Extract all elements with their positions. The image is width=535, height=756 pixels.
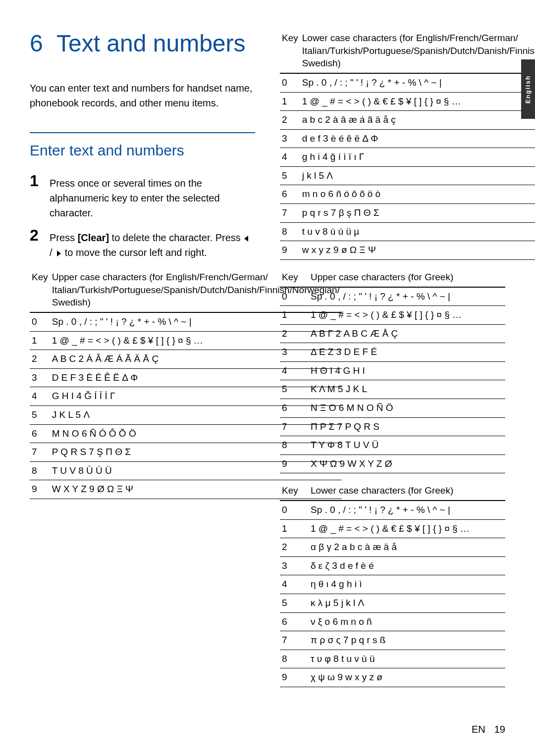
key-cell: 1 xyxy=(280,519,309,538)
key-cell: 4 xyxy=(30,387,50,406)
table-header: Upper case characters (for Greek) xyxy=(309,269,505,287)
value-cell: η θ ι 4 g h i ì xyxy=(309,575,505,594)
key-cell: 9 xyxy=(280,454,309,473)
value-cell: Π Ρ Σ 7 P Q R S xyxy=(309,417,505,436)
key-cell: 7 xyxy=(30,443,50,462)
key-cell: 4 xyxy=(280,361,309,380)
table-row: 7Π Ρ Σ 7 P Q R S xyxy=(280,417,505,436)
value-cell: Sp . 0 , / : ; " ' ! ¡ ? ¿ * + - % \ ^ ~… xyxy=(300,73,535,92)
chapter-title: 6Text and numbers xyxy=(30,30,255,57)
table-row: 11 @ _ # = < > ( ) & € £ $ ¥ [ ] { } ¤ §… xyxy=(280,92,535,111)
step2-text4: to move the cursor left and right. xyxy=(62,247,207,258)
table-row: 5j k l 5 Λ xyxy=(280,166,535,185)
table-row: 2a b c 2 à â æ á ã ä å ç xyxy=(280,111,535,130)
table-row: 8Τ Υ Φ 8 T U V Ü xyxy=(280,436,505,455)
table-upper-greek: Key Upper case characters (for Greek) 0S… xyxy=(280,269,505,474)
key-cell: 1 xyxy=(30,331,50,350)
table-header: Lower case characters (for English/Frenc… xyxy=(300,30,535,73)
table-row: 6ν ξ ο 6 m n o ñ xyxy=(280,612,505,631)
step2-text2: to delete the character. Press xyxy=(109,232,243,243)
table-lower-euro: Key Lower case characters (for English/F… xyxy=(280,30,535,260)
table-row: 3δ ε ζ 3 d e f è é xyxy=(280,556,505,575)
value-cell: χ ψ ω 9 w x y z ø xyxy=(309,668,505,687)
value-cell: 1 @ _ # = < > ( ) & € £ $ ¥ [ ] { } ¤ § … xyxy=(309,519,505,538)
table-row: 5Κ Λ Μ 5 J K L xyxy=(280,380,505,399)
table-row: 3d e f 3 è é ê ë Δ Φ xyxy=(280,129,535,148)
footer-page: 19 xyxy=(494,724,505,735)
section-title: Enter text and numbers xyxy=(30,140,255,161)
key-cell: 7 xyxy=(280,417,309,436)
table-row: 0Sp . 0 , / : ; " ' ! ¡ ? ¿ * + - % \ ^ … xyxy=(280,287,505,306)
key-cell: 2 xyxy=(280,538,309,557)
key-cell: 3 xyxy=(280,129,300,148)
table-body: 0Sp . 0 , / : ; " ' ! ¡ ? ¿ * + - % \ ^ … xyxy=(280,501,505,687)
key-cell: 8 xyxy=(280,436,309,455)
value-cell: Χ Ψ Ω 9 W X Y Z Ø xyxy=(309,454,505,473)
key-cell: 0 xyxy=(280,73,300,92)
value-cell: p q r s 7 β ş Π Θ Σ xyxy=(300,204,535,223)
table-body: 0Sp . 0 , / : ; " ' ! ¡ ? ¿ * + - % \ ^ … xyxy=(280,287,505,473)
table-body: 0Sp . 0 , / : ; " ' ! ¡ ? ¿ * + - % \ ^ … xyxy=(280,73,535,259)
value-cell: w x y z 9 ø Ω Ξ Ψ xyxy=(300,241,535,260)
value-cell: m n o 6 ñ ó ô õ ö ò xyxy=(300,185,535,204)
value-cell: Α Β Γ 2 A B C Æ Å Ç xyxy=(309,324,505,343)
value-cell: ν ξ ο 6 m n o ñ xyxy=(309,612,505,631)
language-tab: English xyxy=(521,59,535,119)
left-arrow-icon xyxy=(243,232,250,243)
table-lower-greek: Key Lower case characters (for Greek) 0S… xyxy=(280,482,505,687)
page-content: 6Text and numbers You can enter text and… xyxy=(0,0,535,712)
step-body: Press [Clear] to delete the character. P… xyxy=(50,227,255,260)
key-cell: 5 xyxy=(30,406,50,425)
key-cell: 0 xyxy=(280,501,309,519)
intro-paragraph: You can enter text and numbers for hands… xyxy=(30,81,255,110)
key-cell: 2 xyxy=(30,350,50,369)
key-cell: 9 xyxy=(30,480,50,499)
table-row: 4η θ ι 4 g h i ì xyxy=(280,575,505,594)
table-row: 8t u v 8 ù ú ü µ xyxy=(280,222,535,241)
key-cell: 6 xyxy=(280,185,300,204)
value-cell: 1 @ _ # = < > ( ) & € £ $ ¥ [ ] { } ¤ § … xyxy=(300,92,535,111)
table-row: 11 @ _ # = < > ( ) & £ $ ¥ [ ] { } ¤ § … xyxy=(280,306,505,325)
table-row: 6m n o 6 ñ ó ô õ ö ò xyxy=(280,185,535,204)
right-column: Key Lower case characters (for English/F… xyxy=(280,30,505,692)
key-cell: 8 xyxy=(280,650,309,668)
value-cell: 1 @ _ # = < > ( ) & £ $ ¥ [ ] { } ¤ § … xyxy=(309,306,505,325)
key-cell: 9 xyxy=(280,241,300,260)
table-row: 3Δ Ε Ζ 3 D E F É xyxy=(280,343,505,362)
step-2: 2 Press [Clear] to delete the character.… xyxy=(30,227,255,260)
key-cell: 8 xyxy=(280,222,300,241)
table-row: 8τ υ φ 8 t u v ù ü xyxy=(280,650,505,668)
key-cell: 3 xyxy=(280,343,309,362)
footer: EN19 xyxy=(472,722,505,736)
value-cell: τ υ φ 8 t u v ù ü xyxy=(309,650,505,668)
value-cell: Sp . 0 , / : ; " ' ! ¡ ? ¿ * + - % \ ^ ~… xyxy=(309,501,505,519)
key-cell: 4 xyxy=(280,148,300,167)
key-cell: 3 xyxy=(30,368,50,387)
table-key-label: Key xyxy=(280,30,300,73)
key-cell: 5 xyxy=(280,380,309,399)
value-cell: κ λ μ 5 j k l Λ xyxy=(309,594,505,613)
key-cell: 7 xyxy=(280,204,300,223)
value-cell: Δ Ε Ζ 3 D E F É xyxy=(309,343,505,362)
chapter-number: 6 xyxy=(30,30,56,57)
value-cell: Ν Ξ Ο 6 M N O Ñ Ö xyxy=(309,399,505,418)
table-row: 2Α Β Γ 2 A B C Æ Å Ç xyxy=(280,324,505,343)
value-cell: Η Θ Ι 4 G H I xyxy=(309,361,505,380)
key-cell: 6 xyxy=(30,424,50,443)
key-cell: 9 xyxy=(280,668,309,687)
svg-marker-0 xyxy=(244,236,248,242)
table-key-label: Key xyxy=(30,269,50,312)
value-cell: Κ Λ Μ 5 J K L xyxy=(309,380,505,399)
value-cell: a b c 2 à â æ á ã ä å ç xyxy=(300,111,535,130)
clear-key-label: [Clear] xyxy=(78,232,109,243)
footer-lang: EN xyxy=(472,724,485,735)
value-cell: j k l 5 Λ xyxy=(300,166,535,185)
chapter-title-text: Text and numbers xyxy=(56,30,246,56)
key-cell: 5 xyxy=(280,594,309,613)
step-body: Press once or several times on the alpha… xyxy=(50,173,255,220)
key-cell: 2 xyxy=(280,111,300,130)
table-row: 9χ ψ ω 9 w x y z ø xyxy=(280,668,505,687)
value-cell: g h i 4 ğ í ì ï ı Γ xyxy=(300,148,535,167)
key-cell: 3 xyxy=(280,556,309,575)
table-row: 7p q r s 7 β ş Π Θ Σ xyxy=(280,204,535,223)
